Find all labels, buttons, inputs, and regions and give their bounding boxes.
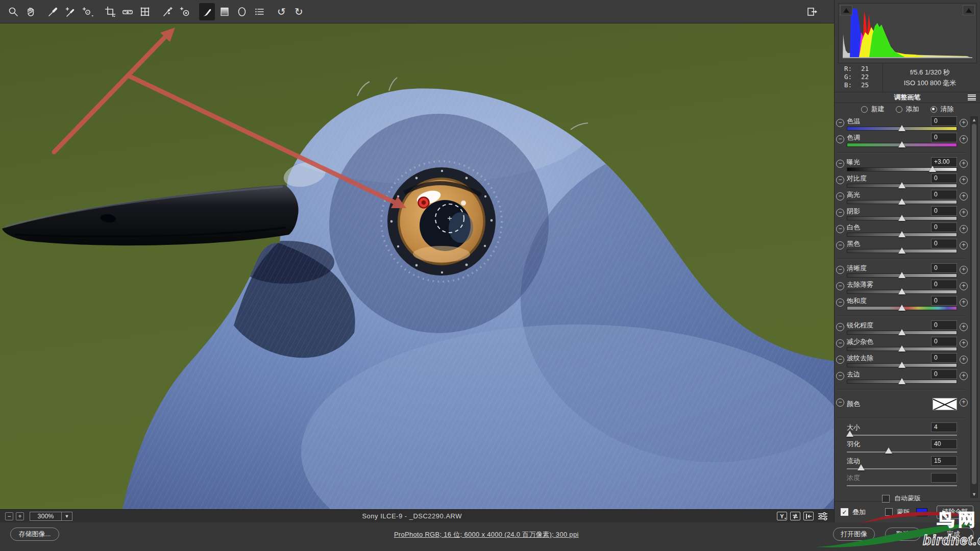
increase-button[interactable]: + [960,339,968,347]
slider-track[interactable] [847,184,957,188]
increase-button[interactable]: + [960,241,968,249]
increase-button[interactable]: + [960,323,968,331]
slider-value-box[interactable]: 0 [931,239,957,248]
slider-value-box[interactable]: 4 [931,422,957,432]
slider-value-box[interactable]: 0 [931,296,957,306]
red-eye-tool[interactable] [177,3,192,20]
adjustment-brush-tool[interactable] [199,3,215,20]
image-canvas[interactable] [0,23,834,509]
slider-track[interactable] [847,216,957,220]
decrease-button[interactable]: − [836,339,844,347]
increase-button[interactable]: + [960,266,968,274]
increase-button[interactable]: + [960,282,968,290]
decrease-button[interactable]: − [836,160,844,168]
slider-track[interactable] [847,485,957,486]
rotate-left-tool[interactable]: ↺ [274,3,289,20]
slider-track[interactable] [847,452,957,453]
slider-track[interactable] [847,380,957,384]
panel-scrollbar[interactable]: ▲ ▼ [970,116,978,498]
brush-mode-add[interactable]: 添加 [896,105,919,114]
decrease-button[interactable]: − [836,266,844,274]
increase-button[interactable]: + [960,209,968,217]
decrease-button[interactable]: − [836,135,844,143]
slider-track[interactable] [847,306,957,310]
brush-pin[interactable] [419,197,429,208]
chevron-down-icon[interactable]: ▼ [61,512,72,521]
slider-value-box[interactable]: 0 [931,222,957,232]
preview-preferences-button[interactable] [817,512,829,520]
graduated-filter-tool[interactable] [216,3,232,20]
radio-icon[interactable] [861,106,868,113]
slider-thumb[interactable] [898,182,905,188]
straighten-tool[interactable] [119,3,135,20]
mask-checkbox[interactable] [885,508,893,516]
slider-thumb[interactable] [898,231,905,237]
radial-filter-tool[interactable] [234,3,250,20]
increase-button[interactable]: + [960,356,968,364]
slider-value-box[interactable]: 0 [931,133,957,142]
preferences-tool[interactable] [251,3,267,20]
slider-value-box[interactable]: 0 [931,263,957,273]
zoom-out-button[interactable]: − [5,512,13,520]
slider-value-box[interactable]: 0 [931,320,957,330]
decrease-button[interactable]: − [836,323,844,331]
slider-thumb[interactable] [846,431,853,437]
decrease-button[interactable]: − [836,241,844,249]
slider-track[interactable] [847,167,957,171]
shadow-clipping-toggle[interactable] [840,5,852,15]
slider-thumb[interactable] [898,378,905,384]
slider-value-box[interactable]: 0 [931,353,957,363]
color-sampler-tool[interactable] [62,3,78,20]
brush-color-swatch[interactable] [933,398,957,410]
decrease-button[interactable]: − [836,119,844,127]
decrease-button[interactable]: − [836,282,844,290]
slider-track[interactable] [847,200,957,204]
slider-track[interactable] [847,347,957,351]
slider-track[interactable] [847,290,957,294]
swap-before-after-button[interactable] [790,512,800,520]
slider-value-box[interactable]: 0 [931,173,957,183]
slider-thumb[interactable] [898,125,905,131]
slider-thumb[interactable] [898,247,905,254]
increase-button[interactable]: + [960,119,968,127]
slider-value-box[interactable]: 0 [931,206,957,216]
preview-mode-button[interactable]: Y▾ [777,512,787,520]
increase-button[interactable]: + [960,192,968,201]
cancel-button[interactable]: 取消 [885,528,921,541]
white-balance-tool[interactable] [45,3,61,20]
crop-tool[interactable] [102,3,118,20]
decrease-button[interactable]: − [836,225,844,233]
done-button[interactable]: 完成 [933,528,974,541]
slider-thumb[interactable] [929,166,936,172]
zoom-level-select[interactable]: 300% ▼ [30,512,72,521]
slider-track[interactable] [847,435,957,436]
decrease-button[interactable]: − [836,192,844,201]
overlay-checkbox[interactable]: ✓ [841,508,848,516]
mask-color-swatch[interactable] [916,508,927,516]
increase-button[interactable]: + [960,298,968,307]
brush-mode-new[interactable]: 新建 [861,105,885,114]
decrease-button[interactable]: − [836,209,844,217]
slider-track[interactable] [847,143,957,147]
spot-removal-tool[interactable] [159,3,175,20]
hand-tool[interactable] [22,3,38,20]
workflow-options-link[interactable]: ProPhoto RGB; 16 位; 6000 x 4000 (24.0 百万… [394,530,579,539]
rotate-right-tool[interactable]: ↻ [291,3,307,20]
slider-thumb[interactable] [898,345,905,352]
slider-value-box[interactable]: 0 [931,280,957,289]
decrease-button[interactable]: − [836,176,844,184]
slider-track[interactable] [847,273,957,278]
highlight-clipping-toggle[interactable] [963,5,975,15]
slider-thumb[interactable] [898,141,905,147]
increase-button[interactable]: + [960,160,968,168]
slider-value-box[interactable]: 0 [931,116,957,126]
increase-button[interactable]: + [960,176,968,184]
targeted-adjustment-tool[interactable] [80,3,95,20]
increase-button[interactable]: + [960,225,968,233]
slider-track[interactable] [847,331,957,335]
decrease-button[interactable]: − [836,372,844,380]
slider-thumb[interactable] [885,447,892,454]
slider-track[interactable] [847,127,957,131]
slider-track[interactable] [847,249,957,253]
increase-button[interactable]: + [960,398,968,407]
